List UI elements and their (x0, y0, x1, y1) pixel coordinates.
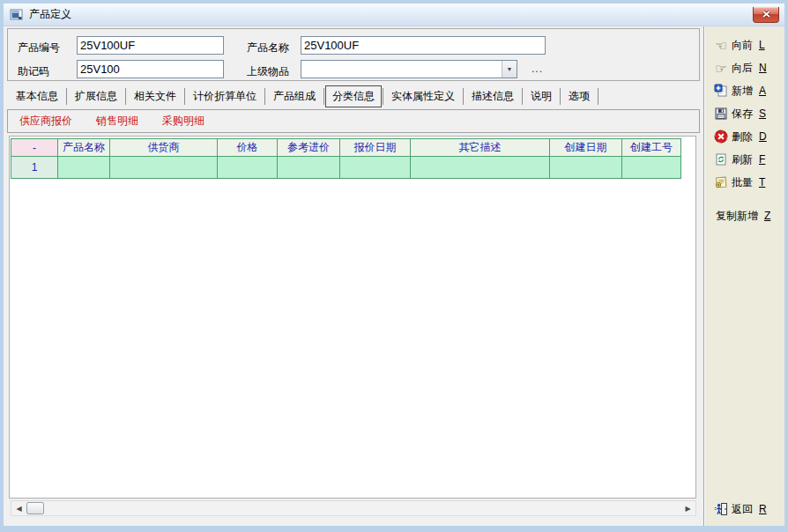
tab-description-info[interactable]: 描述信息 (465, 85, 521, 107)
forward-button[interactable]: ☜ 向前L (704, 33, 784, 56)
subtab-sales-detail[interactable]: 销售明细 (96, 114, 138, 129)
product-name-input[interactable] (301, 36, 546, 55)
column-header-price[interactable]: 价格 (218, 139, 278, 157)
delete-icon (714, 129, 728, 144)
close-icon (762, 11, 771, 18)
column-header-create-date[interactable]: 创建日期 (550, 139, 622, 157)
supplier-quote-grid-panel: - 产品名称 供货商 价格 参考进价 报价日期 其它描述 创建日期 创建工号 (9, 136, 696, 499)
refresh-label: 刷新 (732, 152, 753, 167)
tab-separator (66, 88, 67, 105)
product-fields-group: 产品编号 产品名称 助记码 上级物品 ▼ ... (7, 28, 700, 81)
tab-separator (522, 88, 523, 105)
forward-key: L (759, 39, 765, 51)
column-header-quote-date[interactable]: 报价日期 (340, 139, 411, 157)
tab-notes[interactable]: 说明 (524, 85, 559, 107)
hand-right-icon: ☞ (714, 61, 728, 75)
cell-create-date[interactable] (550, 157, 622, 179)
close-button[interactable] (753, 7, 779, 23)
tab-pricing-conversion-unit[interactable]: 计价折算单位 (186, 85, 264, 107)
copy-new-button[interactable]: 复制新增Z (704, 204, 784, 227)
backward-key: N (759, 62, 767, 74)
cell-other-description[interactable] (411, 157, 550, 179)
new-key: A (759, 85, 766, 97)
delete-label: 删除 (732, 129, 753, 144)
tab-classification-info[interactable]: 分类信息 (325, 85, 382, 107)
tab-product-composition[interactable]: 产品组成 (266, 85, 323, 107)
return-key: R (759, 503, 767, 515)
save-label: 保存 (732, 107, 753, 122)
hand-left-icon: ☜ (714, 38, 728, 52)
subtab-bar: 供应商报价 销售明细 采购明细 (7, 109, 700, 133)
subtab-supplier-quote[interactable]: 供应商报价 (19, 114, 72, 129)
tab-basic-info[interactable]: 基本信息 (9, 85, 65, 107)
cell-ref-purchase-price[interactable] (278, 157, 340, 179)
cell-supplier[interactable] (110, 157, 218, 179)
tab-separator (184, 88, 185, 105)
product-code-label: 产品编号 (18, 41, 60, 55)
tab-separator (463, 88, 464, 105)
backward-button[interactable]: ☞ 向后N (704, 56, 784, 79)
main-area: 产品编号 产品名称 助记码 上级物品 ▼ ... 基本信息 扩展信息 相关文 (4, 26, 703, 526)
table-row[interactable]: 1 (11, 157, 681, 179)
scroll-left-icon[interactable]: ◀ (11, 501, 26, 515)
row-number-cell[interactable]: 1 (11, 157, 58, 179)
subtab-purchase-detail[interactable]: 采购明细 (162, 114, 204, 129)
return-button[interactable]: 返回R (704, 498, 784, 521)
return-label: 返回 (732, 502, 753, 517)
new-record-icon (714, 84, 728, 98)
refresh-key: F (759, 153, 765, 166)
column-header-ref-purchase-price[interactable]: 参考进价 (278, 139, 340, 157)
save-button[interactable]: 保存S (704, 102, 784, 125)
save-key: S (759, 107, 766, 120)
cell-product-name[interactable] (58, 157, 110, 179)
chevron-down-icon[interactable]: ▼ (502, 61, 517, 78)
cell-quote-date[interactable] (340, 157, 411, 179)
window-title: 产品定义 (29, 7, 71, 22)
dialog-content: 产品编号 产品名称 助记码 上级物品 ▼ ... 基本信息 扩展信息 相关文 (4, 26, 784, 526)
scrollbar-thumb[interactable] (26, 502, 44, 514)
parent-item-combobox[interactable]: ▼ (301, 60, 517, 78)
product-name-label: 产品名称 (247, 41, 289, 55)
refresh-button[interactable]: 刷新F (704, 148, 784, 171)
backward-label: 向后 (732, 61, 753, 76)
scroll-right-icon[interactable]: ▶ (680, 501, 695, 515)
parent-item-more-button[interactable]: ... (532, 63, 543, 75)
mnemonic-input[interactable] (77, 60, 224, 78)
supplier-quote-table: - 产品名称 供货商 价格 参考进价 报价日期 其它描述 创建日期 创建工号 (11, 138, 681, 179)
column-header-product-name[interactable]: 产品名称 (58, 139, 110, 157)
column-header-other-description[interactable]: 其它描述 (411, 139, 550, 157)
floppy-save-icon (714, 107, 728, 121)
delete-key: D (759, 130, 767, 143)
tab-strip: 基本信息 扩展信息 相关文件 计价折算单位 产品组成 分类信息 实体属性定义 描… (9, 85, 702, 107)
tab-separator (598, 88, 598, 105)
column-header-create-worker-id[interactable]: 创建工号 (622, 139, 681, 157)
header-row: - 产品名称 供货商 价格 参考进价 报价日期 其它描述 创建日期 创建工号 (11, 139, 681, 157)
exit-door-icon (714, 502, 728, 516)
batch-button[interactable]: 批量T (704, 171, 784, 194)
tab-options[interactable]: 选项 (561, 85, 597, 107)
tab-extended-info[interactable]: 扩展信息 (68, 85, 124, 107)
parent-item-label: 上级物品 (247, 64, 289, 79)
column-header-supplier[interactable]: 供货商 (110, 139, 218, 157)
new-button[interactable]: 新增A (704, 79, 784, 102)
column-header-rowmark[interactable]: - (11, 139, 58, 157)
parent-item-input[interactable] (301, 61, 502, 78)
copy-new-key: Z (764, 210, 770, 222)
product-definition-window: 产品定义 产品编号 产品名称 助记码 上级物品 ▼ (0, 0, 788, 532)
tab-entity-attribute-definition[interactable]: 实体属性定义 (384, 85, 462, 107)
tab-related-files[interactable]: 相关文件 (127, 85, 183, 107)
new-label: 新增 (732, 84, 753, 99)
delete-button[interactable]: 删除D (704, 125, 784, 148)
copy-new-label: 复制新增 (716, 209, 758, 224)
cell-create-worker-id[interactable] (622, 157, 681, 179)
tab-separator (264, 88, 265, 105)
tab-separator (323, 88, 324, 105)
titlebar[interactable]: 产品定义 (4, 4, 784, 26)
tab-separator (560, 88, 561, 105)
refresh-icon (714, 152, 728, 166)
form-window-icon (10, 8, 24, 22)
cell-price[interactable] (218, 157, 278, 179)
horizontal-scrollbar[interactable]: ◀ ▶ (11, 500, 696, 516)
product-code-input[interactable] (77, 36, 224, 55)
mnemonic-label: 助记码 (18, 64, 49, 79)
